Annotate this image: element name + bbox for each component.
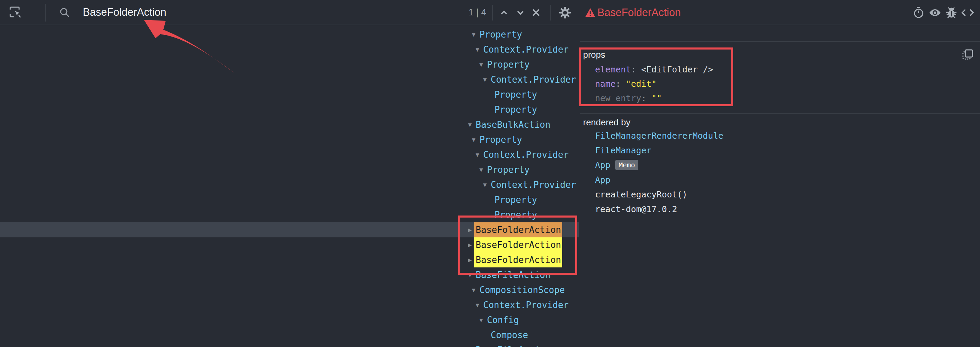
settings-button[interactable] — [558, 6, 572, 19]
component-name: BaseBulkAction — [474, 117, 552, 132]
tree-row[interactable]: ▸BaseFolderAction — [0, 253, 579, 267]
component-name: Context.Provider — [482, 42, 570, 57]
details-header-divider — [580, 41, 980, 42]
component-name: BaseFolderAction — [474, 222, 562, 237]
owner-link[interactable]: App — [595, 175, 610, 185]
expand-icon[interactable]: ▸ — [465, 237, 474, 253]
prop-colon: : — [631, 64, 641, 74]
component-name: Context.Provider — [482, 147, 570, 162]
tree-row[interactable]: ▸BaseFolderAction — [0, 237, 579, 253]
toolbar-divider — [45, 4, 46, 21]
tree-row[interactable]: ▾Context.Provider — [0, 42, 579, 57]
eye-icon — [929, 6, 942, 19]
tree-row[interactable]: ▾BaseFileAction — [0, 342, 579, 347]
rendered-by-item[interactable]: App — [595, 173, 723, 187]
components-tree: ▾Property▾Context.Provider▾Property▾Cont… — [0, 25, 579, 347]
prop-row[interactable]: new entry: "" — [595, 91, 713, 106]
previous-match-button[interactable] — [497, 6, 511, 19]
prop-row[interactable]: element: <EditFolder /> — [595, 62, 713, 77]
component-name: Compose — [489, 328, 530, 342]
gear-icon — [558, 6, 571, 19]
tree-row[interactable]: Property — [0, 192, 579, 207]
collapse-icon[interactable]: ▾ — [473, 147, 482, 162]
collapse-icon[interactable]: ▾ — [480, 72, 489, 87]
collapse-icon[interactable]: ▾ — [469, 132, 478, 147]
component-name: Context.Provider — [489, 177, 577, 192]
tree-row[interactable]: ▾BaseBulkAction — [0, 117, 579, 132]
tree-row[interactable]: ▸BaseFolderAction — [0, 222, 579, 237]
component-name: BaseFileAction — [474, 342, 552, 347]
toolbar-bottom-divider — [0, 25, 980, 25]
stopwatch-icon — [913, 6, 925, 19]
tree-row[interactable]: ▾Property — [0, 27, 579, 42]
panel-split-divider — [579, 0, 579, 347]
close-icon — [530, 7, 542, 18]
collapse-icon[interactable]: ▾ — [473, 297, 482, 312]
tree-row[interactable]: Property — [0, 207, 579, 222]
tree-row[interactable]: ▾Context.Provider — [0, 147, 579, 162]
collapse-icon[interactable]: ▾ — [477, 312, 485, 328]
collapse-icon[interactable]: ▾ — [477, 162, 485, 177]
prop-key: name — [595, 79, 616, 89]
suspense-toggle-button[interactable] — [912, 6, 926, 19]
log-component-data-button[interactable] — [945, 6, 958, 19]
tree-row[interactable]: ▾Context.Provider — [0, 177, 579, 192]
collapse-icon[interactable]: ▾ — [465, 117, 474, 132]
rendered-by-section-label: rendered by — [583, 116, 630, 128]
clear-search-button[interactable] — [529, 6, 543, 19]
rendered-by-item[interactable]: AppMemo — [595, 158, 723, 173]
view-source-button[interactable] — [961, 6, 975, 19]
component-name: Property — [493, 192, 538, 207]
collapse-icon[interactable]: ▾ — [477, 57, 485, 72]
prop-value: "" — [652, 93, 662, 103]
rendered-by-item[interactable]: FileManager — [595, 143, 723, 158]
tree-row[interactable]: Property — [0, 102, 579, 117]
copy-props-button[interactable] — [961, 48, 975, 61]
component-name: Property — [493, 207, 538, 222]
memo-badge: Memo — [615, 160, 638, 170]
collapse-icon[interactable]: ▾ — [465, 267, 474, 283]
collapse-icon[interactable]: ▾ — [480, 177, 489, 192]
expand-icon[interactable]: ▸ — [465, 222, 474, 237]
prop-key: element — [595, 64, 631, 74]
search-input[interactable] — [83, 5, 294, 20]
collapse-icon[interactable]: ▾ — [473, 42, 482, 57]
tree-row[interactable]: ▾CompositionScope — [0, 283, 579, 297]
owner-text: createLegacyRoot() — [595, 190, 687, 200]
tree-row[interactable]: ▾Property — [0, 57, 579, 72]
tree-row[interactable]: ▾Context.Provider — [0, 297, 579, 312]
component-name: Config — [485, 312, 520, 328]
component-name: CompositionScope — [478, 283, 566, 297]
collapse-icon[interactable]: ▾ — [469, 27, 478, 42]
chevron-up-icon — [498, 7, 510, 18]
prop-row[interactable]: name: "edit" — [595, 77, 713, 91]
inspect-dom-element-button[interactable] — [928, 6, 942, 19]
component-name: Context.Provider — [482, 297, 570, 312]
rendered-by-item: react-dom@17.0.2 — [595, 202, 723, 216]
owner-link[interactable]: FileManagerRendererModule — [595, 131, 723, 141]
component-name: Property — [493, 102, 538, 117]
tree-row[interactable]: ▾Context.Provider — [0, 72, 579, 87]
inspect-element-button[interactable] — [8, 5, 22, 19]
tree-row[interactable]: ▾Config — [0, 312, 579, 328]
tree-row[interactable]: ▾BaseFileAction — [0, 267, 579, 283]
tree-row[interactable]: Property — [0, 87, 579, 102]
tree-row[interactable]: ▾Property — [0, 132, 579, 147]
owner-link[interactable]: FileManager — [595, 146, 652, 155]
toolbar-divider — [550, 5, 551, 21]
expand-icon[interactable]: ▸ — [465, 253, 474, 267]
component-name: Property — [478, 132, 523, 147]
owner-link[interactable]: App — [595, 160, 610, 170]
rendered-by-item[interactable]: FileManagerRendererModule — [595, 128, 723, 143]
component-name: Property — [493, 87, 538, 102]
next-match-button[interactable] — [514, 6, 527, 19]
component-name: Property — [485, 57, 531, 72]
tree-row[interactable]: Compose — [0, 328, 579, 342]
collapse-icon[interactable]: ▾ — [465, 342, 474, 347]
collapse-icon[interactable]: ▾ — [469, 283, 478, 297]
tree-row[interactable]: ▾Property — [0, 162, 579, 177]
copy-icon — [962, 48, 974, 61]
component-name: Context.Provider — [489, 72, 577, 87]
props-section-label: props — [583, 48, 605, 61]
bug-icon — [945, 6, 958, 19]
